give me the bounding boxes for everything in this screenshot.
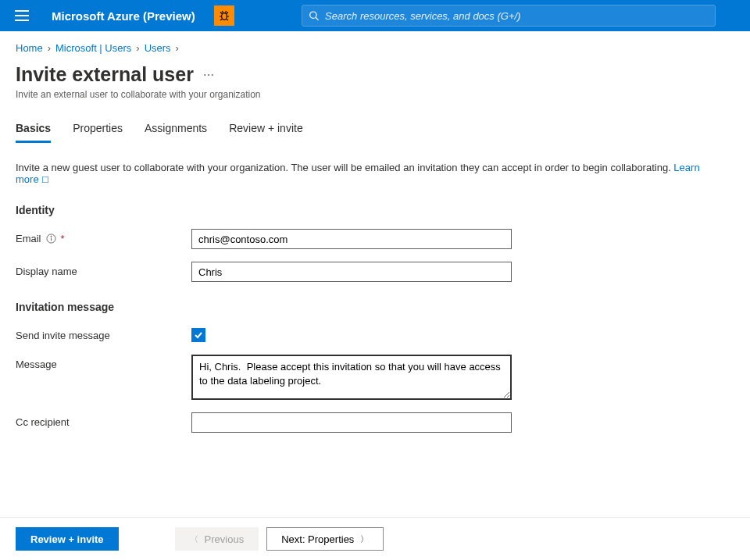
svg-rect-0: [15, 10, 29, 12]
next-button[interactable]: Next: Properties 〉: [266, 527, 384, 551]
review-invite-button[interactable]: Review + invite: [16, 527, 119, 551]
cc-label: Cc recipient: [16, 412, 191, 428]
top-bar: Microsoft Azure (Preview): [0, 0, 750, 31]
tab-review-invite[interactable]: Review + invite: [229, 122, 303, 143]
breadcrumb-users[interactable]: Users: [145, 42, 171, 54]
display-name-input[interactable]: [191, 262, 512, 282]
content-area: Invite a new guest user to collaborate w…: [0, 143, 750, 517]
more-actions-button[interactable]: ⋯: [203, 69, 216, 81]
intro-text: Invite a new guest user to collaborate w…: [16, 162, 734, 185]
svg-rect-1: [15, 15, 29, 16]
svg-rect-2: [15, 20, 29, 21]
tab-assignments[interactable]: Assignments: [145, 122, 207, 143]
send-invite-checkbox[interactable]: [191, 328, 205, 342]
tab-bar: Basics Properties Assignments Review + i…: [0, 105, 750, 143]
svg-point-4: [309, 12, 316, 18]
email-row: Email *: [16, 229, 734, 249]
brand-label[interactable]: Microsoft Azure (Preview): [44, 9, 203, 23]
breadcrumb-home[interactable]: Home: [16, 42, 43, 54]
send-invite-row: Send invite message: [16, 326, 734, 342]
cc-input[interactable]: [191, 412, 512, 433]
message-label: Message: [16, 355, 191, 370]
message-row: Message: [16, 355, 734, 400]
page-header: Invite external user ⋯ Invite an externa…: [0, 60, 750, 105]
search-container: [302, 5, 716, 27]
send-invite-label: Send invite message: [16, 326, 191, 341]
info-icon[interactable]: [46, 234, 56, 244]
search-input[interactable]: [325, 10, 709, 22]
invitation-heading: Invitation message: [16, 301, 734, 313]
page-title: Invite external user: [16, 63, 194, 86]
tab-basics[interactable]: Basics: [16, 122, 51, 143]
chevron-right-icon: ›: [176, 42, 179, 54]
check-icon: [194, 330, 203, 340]
chevron-right-icon: 〉: [360, 533, 369, 545]
search-box[interactable]: [302, 5, 716, 27]
hamburger-icon: [15, 10, 29, 21]
tab-properties[interactable]: Properties: [73, 122, 123, 143]
display-name-label: Display name: [16, 262, 191, 277]
page-subtitle: Invite an external user to collaborate w…: [16, 89, 734, 100]
intro-body: Invite a new guest user to collaborate w…: [16, 162, 673, 173]
chevron-left-icon: 〈: [190, 533, 198, 545]
email-label: Email *: [16, 229, 191, 244]
nav-button-group: 〈 Previous Next: Properties 〉: [175, 527, 384, 551]
previous-label: Previous: [205, 533, 245, 545]
next-label: Next: Properties: [281, 533, 354, 545]
display-name-row: Display name: [16, 262, 734, 282]
cc-row: Cc recipient: [16, 412, 734, 433]
breadcrumb-microsoft-users[interactable]: Microsoft | Users: [55, 42, 131, 54]
chevron-right-icon: ›: [136, 42, 139, 54]
external-link-icon: ☐: [41, 175, 49, 184]
previous-button: 〈 Previous: [175, 527, 259, 551]
chevron-right-icon: ›: [48, 42, 51, 54]
required-asterisk: *: [61, 233, 65, 244]
svg-point-3: [221, 13, 227, 20]
hamburger-menu-button[interactable]: [6, 0, 38, 31]
search-icon: [309, 10, 319, 21]
preview-bug-button[interactable]: [214, 5, 234, 26]
identity-heading: Identity: [16, 204, 734, 216]
footer-bar: Review + invite 〈 Previous Next: Propert…: [0, 517, 750, 560]
message-textarea[interactable]: [191, 355, 512, 400]
breadcrumb: Home › Microsoft | Users › Users ›: [0, 31, 750, 60]
svg-point-8: [50, 236, 51, 237]
email-input[interactable]: [191, 229, 512, 249]
bug-icon: [218, 9, 230, 22]
svg-line-5: [316, 18, 318, 20]
